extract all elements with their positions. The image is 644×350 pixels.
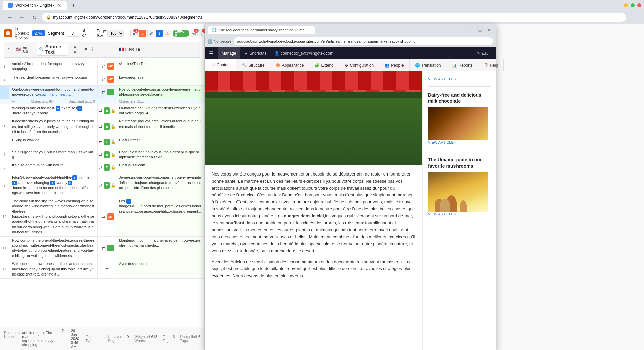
tab-people[interactable]: 👥 People <box>379 59 409 71</box>
transfer-icon[interactable]: ⇄ <box>98 164 103 171</box>
view-article-link-top[interactable]: VIEW ARTICLE › <box>428 77 491 81</box>
e-button[interactable]: E <box>104 107 110 114</box>
seg-source-text[interactable]: With·consumer·awareness·articles·and·doc… <box>9 260 97 278</box>
seg-source-text[interactable]: The·clouds·in·the·sky,·the·waves·crashin… <box>9 197 97 236</box>
seg-target-text[interactable]: La·vraie·affaire·... <box>116 73 204 85</box>
tab-extend[interactable]: 🧩 Extend <box>309 59 339 71</box>
tab-content[interactable]: 📄 Content <box>205 59 236 71</box>
transfer-icon[interactable]: ⇄ <box>100 213 107 220</box>
transfer-icon[interactable]: ⇄ <box>98 107 103 114</box>
e-button[interactable]: E <box>104 182 110 189</box>
seg-target-text[interactable]: Je·ne·sais·pas·pour·vous,·mais·je·trouve… <box>116 173 204 197</box>
segment-input[interactable] <box>66 30 79 37</box>
spell-check-icon[interactable]: E 1 <box>130 30 138 37</box>
blue-num-btn[interactable]: 1 <box>156 30 163 37</box>
tab-translation[interactable]: 🌐 Translation <box>410 59 447 71</box>
browser-tab[interactable]: Workbench - Lingotek ✕ <box>3 1 67 10</box>
comment-icon[interactable]: 💬0 <box>191 30 198 37</box>
e-button[interactable]: E <box>104 164 110 171</box>
seg-source-text[interactable]: Hiking·is·walking. <box>9 136 97 148</box>
popup-minimize-button[interactable]: ─ <box>467 26 475 34</box>
lock-button[interactable]: 🔒 <box>110 151 116 158</box>
page-size-select[interactable]: 100 50 25 <box>107 30 124 37</box>
drupal-nav-manage[interactable]: Manage <box>218 47 240 59</box>
transfer-icon[interactable]: ⇄ <box>100 63 107 70</box>
e-button[interactable]: E <box>104 151 110 158</box>
transfer-icon[interactable]: ⇄ <box>104 266 110 272</box>
transfer-icon[interactable]: ⇄ <box>100 245 107 251</box>
popup-tab[interactable]: 🌐 The real deal for supermarket savvy sh… <box>208 26 315 34</box>
transfer-icon[interactable]: ⇄ <box>100 76 107 83</box>
drupal-edit-button[interactable]: ✎ Edit <box>473 50 492 57</box>
lock-button[interactable]: 🔒 <box>110 139 116 145</box>
seg-target-text[interactable]: C'est·un·test <box>116 136 204 148</box>
more-icon[interactable]: ⋮ <box>90 47 95 52</box>
lock-button[interactable]: 🔒 <box>110 182 116 189</box>
font-size-controls[interactable]: A a <box>72 45 80 54</box>
popup-close-button[interactable]: ✕ <box>485 26 493 34</box>
lock-button[interactable]: 🔒 <box>110 107 116 114</box>
refresh-button[interactable]: ↻ <box>30 13 39 22</box>
seg-target-text[interactable]: Ne·stresse·pas·vos·articulations·autant·… <box>116 117 204 136</box>
mt-button[interactable]: MT <box>107 63 114 70</box>
lock-button[interactable]: 🔒 <box>110 164 116 171</box>
back-button[interactable]: ← <box>5 13 15 22</box>
popup-url-bar[interactable]: acquiad8aprilzchr4vqnaf.devcloud.acquia-… <box>233 37 493 46</box>
tab-close-button[interactable]: ✕ <box>57 3 61 8</box>
seg-target-text[interactable]: Nos·corps·ont·été·conçus·pour·le·mouveme… <box>116 86 204 99</box>
orange-badge-btn[interactable]: 0 <box>139 30 146 37</box>
mt-button[interactable]: MT <box>107 76 114 83</box>
warning-icon[interactable]: ⚠ <box>164 30 171 37</box>
transfer-icon[interactable]: ⇄ <box>100 89 107 95</box>
transfer-icon[interactable]: ⇄ <box>98 139 103 145</box>
tab-reports[interactable]: 📊 Reports <box>446 59 478 71</box>
seg-source-text[interactable]: It·doesn't·stress·your·joints·as·much·as… <box>9 117 97 136</box>
seg-source-text[interactable]: /articles/the-real-deal-for-supermarket-… <box>9 60 97 73</box>
lock-button[interactable]: 🔒 <box>110 123 116 130</box>
e-button[interactable]: E <box>104 123 110 130</box>
review-percent[interactable]: 27% <box>32 30 45 36</box>
seg-source-text[interactable]: So·it·is·good·for·you,·but·it's·more·tha… <box>9 148 97 161</box>
seg-target-text[interactable]: /Articles/The-Re... <box>116 60 204 73</box>
transfer-icon[interactable]: ⇄ <box>98 123 103 130</box>
address-bar[interactable]: 🔒 myaccount.lingotek.com/workbench/docum… <box>42 13 627 22</box>
e-button[interactable]: E <box>107 245 114 251</box>
e-button[interactable]: E <box>107 89 114 95</box>
maximize-button[interactable] <box>631 3 635 7</box>
forward-button[interactable]: → <box>17 13 27 22</box>
filter-icon[interactable]: ▼ <box>84 47 88 52</box>
seg-target-text[interactable]: La·marche·est·L'un·des·meilleurs·exercic… <box>116 104 204 117</box>
seg-target-text[interactable]: C'est·aussi·com... <box>116 161 204 173</box>
seg-source-text[interactable]: Our·bodies·were·designed·for·motion·and·… <box>9 86 97 99</box>
extensions-button[interactable]: ⋮ <box>629 13 639 22</box>
seg-source-text[interactable]: The·real·deal·for·supermarket·savvy·shop… <box>9 73 97 85</box>
transfer-icon[interactable]: ⇄ <box>98 182 103 189</box>
mic-icon[interactable]: 🎤 <box>147 30 154 37</box>
seg-source-text[interactable]: Walking·is·one·of·the·best·o·exerciseso·… <box>9 104 97 117</box>
popup-restore-button[interactable]: □ <box>476 26 484 34</box>
tab-appearance[interactable]: 🎨 Appearance <box>270 59 310 71</box>
new-tab-button[interactable]: + <box>72 2 76 9</box>
e-button[interactable]: E <box>104 139 110 145</box>
tab-structure[interactable]: 🔧 Structure <box>236 59 270 71</box>
view-article-link-1[interactable]: VIEW ARTICLE › <box>428 140 491 144</box>
seg-target-text[interactable]: Avec·des·documenta... <box>116 260 204 278</box>
minimize-button[interactable] <box>624 3 628 7</box>
drupal-nav-shortcuts[interactable]: ★ Shortcuts <box>240 47 270 59</box>
seg-source-text[interactable]: Now·combine·the·one·of·the·best·exercise… <box>9 237 97 260</box>
drupal-nav-user[interactable]: 👤 connector_svc@lingotek.com <box>270 47 337 59</box>
seg-source-text[interactable]: I·don't·know·about·you,·but·I·find·the·o… <box>9 173 97 197</box>
drupal-home-icon[interactable]: ☰ <box>209 50 214 57</box>
tag-inline: o <box>126 199 131 204</box>
seg-target-text[interactable]: Les·onuages·d...·un·bord·de·mer,·parmi·l… <box>116 197 204 236</box>
transfer-icon[interactable]: ⇄ <box>98 151 103 158</box>
tab-help[interactable]: ❓ Help <box>478 59 504 71</box>
seg-source-text[interactable]: It's·also·communing·with·nature. <box>9 161 97 173</box>
mt-button[interactable]: MT <box>107 213 114 220</box>
seg-target-text[interactable]: Maintenant,·com...·marche,·avec·ce...·tr… <box>116 237 204 260</box>
view-article-link-2[interactable]: VIEW ARTICLE › <box>428 212 491 216</box>
close-button[interactable] <box>637 3 641 7</box>
seg-target-text[interactable]: Donc,·c'est·bon·pour·vous,·mais·c'est·pl… <box>116 148 204 161</box>
tab-configuration[interactable]: ⚙ Configuration <box>339 59 379 71</box>
progress-pill[interactable]: 100% 0 <box>173 30 190 37</box>
